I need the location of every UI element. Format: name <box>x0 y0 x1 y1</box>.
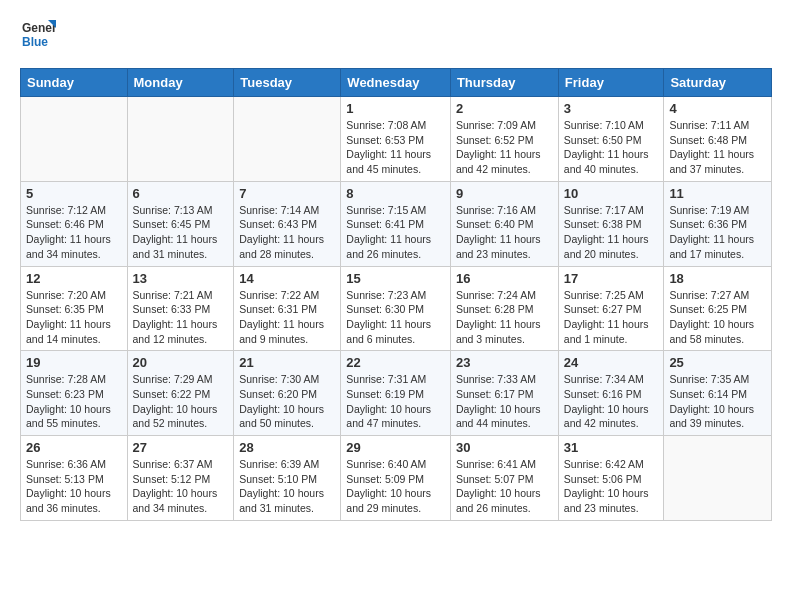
day-info-line: Daylight: 11 hours and 34 minutes. <box>26 232 122 261</box>
day-info-line: Sunrise: 7:17 AM <box>564 203 659 218</box>
calendar-day-cell: 19Sunrise: 7:28 AMSunset: 6:23 PMDayligh… <box>21 351 128 436</box>
day-number: 6 <box>133 186 229 201</box>
day-info-line: Sunset: 6:17 PM <box>456 387 553 402</box>
calendar-day-cell: 24Sunrise: 7:34 AMSunset: 6:16 PMDayligh… <box>558 351 664 436</box>
day-info-line: Sunset: 6:45 PM <box>133 217 229 232</box>
calendar-day-cell: 13Sunrise: 7:21 AMSunset: 6:33 PMDayligh… <box>127 266 234 351</box>
calendar-day-cell: 2Sunrise: 7:09 AMSunset: 6:52 PMDaylight… <box>450 97 558 182</box>
day-info-line: Sunset: 6:46 PM <box>26 217 122 232</box>
calendar-day-cell: 29Sunrise: 6:40 AMSunset: 5:09 PMDayligh… <box>341 436 451 521</box>
day-info-line: Daylight: 11 hours and 26 minutes. <box>346 232 445 261</box>
calendar-day-cell: 6Sunrise: 7:13 AMSunset: 6:45 PMDaylight… <box>127 181 234 266</box>
day-info-line: Sunrise: 7:28 AM <box>26 372 122 387</box>
calendar-week-row: 5Sunrise: 7:12 AMSunset: 6:46 PMDaylight… <box>21 181 772 266</box>
day-number: 14 <box>239 271 335 286</box>
weekday-header-thursday: Thursday <box>450 69 558 97</box>
day-info-line: Daylight: 11 hours and 3 minutes. <box>456 317 553 346</box>
calendar-week-row: 26Sunrise: 6:36 AMSunset: 5:13 PMDayligh… <box>21 436 772 521</box>
day-info-line: Sunset: 6:16 PM <box>564 387 659 402</box>
calendar-day-cell: 5Sunrise: 7:12 AMSunset: 6:46 PMDaylight… <box>21 181 128 266</box>
day-info-line: Sunrise: 6:40 AM <box>346 457 445 472</box>
svg-text:Blue: Blue <box>22 35 48 49</box>
day-info-line: Sunset: 5:13 PM <box>26 472 122 487</box>
weekday-header-tuesday: Tuesday <box>234 69 341 97</box>
calendar-day-cell: 31Sunrise: 6:42 AMSunset: 5:06 PMDayligh… <box>558 436 664 521</box>
calendar-day-cell <box>127 97 234 182</box>
day-info-line: Sunset: 6:22 PM <box>133 387 229 402</box>
day-info-line: Sunset: 6:23 PM <box>26 387 122 402</box>
day-number: 26 <box>26 440 122 455</box>
calendar-day-cell: 17Sunrise: 7:25 AMSunset: 6:27 PMDayligh… <box>558 266 664 351</box>
calendar-day-cell: 11Sunrise: 7:19 AMSunset: 6:36 PMDayligh… <box>664 181 772 266</box>
calendar-day-cell: 7Sunrise: 7:14 AMSunset: 6:43 PMDaylight… <box>234 181 341 266</box>
calendar-day-cell: 21Sunrise: 7:30 AMSunset: 6:20 PMDayligh… <box>234 351 341 436</box>
day-number: 7 <box>239 186 335 201</box>
day-info-line: Daylight: 11 hours and 14 minutes. <box>26 317 122 346</box>
day-info-line: Sunset: 6:38 PM <box>564 217 659 232</box>
calendar-container: General Blue SundayMondayTuesdayWednesda… <box>0 0 792 537</box>
day-number: 22 <box>346 355 445 370</box>
day-info-line: Sunset: 6:48 PM <box>669 133 766 148</box>
day-number: 30 <box>456 440 553 455</box>
day-info-line: Sunset: 6:25 PM <box>669 302 766 317</box>
calendar-day-cell: 26Sunrise: 6:36 AMSunset: 5:13 PMDayligh… <box>21 436 128 521</box>
day-number: 18 <box>669 271 766 286</box>
day-info-line: Daylight: 10 hours and 39 minutes. <box>669 402 766 431</box>
day-info-line: Daylight: 11 hours and 28 minutes. <box>239 232 335 261</box>
day-number: 16 <box>456 271 553 286</box>
day-number: 1 <box>346 101 445 116</box>
calendar-week-row: 1Sunrise: 7:08 AMSunset: 6:53 PMDaylight… <box>21 97 772 182</box>
header: General Blue <box>20 16 772 56</box>
day-info-line: Sunrise: 7:33 AM <box>456 372 553 387</box>
calendar-week-row: 12Sunrise: 7:20 AMSunset: 6:35 PMDayligh… <box>21 266 772 351</box>
day-info-line: Daylight: 10 hours and 31 minutes. <box>239 486 335 515</box>
day-number: 23 <box>456 355 553 370</box>
day-info-line: Daylight: 11 hours and 6 minutes. <box>346 317 445 346</box>
calendar-day-cell: 28Sunrise: 6:39 AMSunset: 5:10 PMDayligh… <box>234 436 341 521</box>
day-info-line: Sunset: 5:12 PM <box>133 472 229 487</box>
day-info-line: Sunset: 6:28 PM <box>456 302 553 317</box>
calendar-day-cell: 12Sunrise: 7:20 AMSunset: 6:35 PMDayligh… <box>21 266 128 351</box>
calendar-day-cell: 22Sunrise: 7:31 AMSunset: 6:19 PMDayligh… <box>341 351 451 436</box>
day-info-line: Sunrise: 7:23 AM <box>346 288 445 303</box>
day-info-line: Sunset: 6:35 PM <box>26 302 122 317</box>
day-info-line: Sunset: 5:06 PM <box>564 472 659 487</box>
day-number: 11 <box>669 186 766 201</box>
day-info-line: Daylight: 10 hours and 29 minutes. <box>346 486 445 515</box>
day-info-line: Daylight: 11 hours and 42 minutes. <box>456 147 553 176</box>
day-info-line: Daylight: 11 hours and 37 minutes. <box>669 147 766 176</box>
day-info-line: Sunset: 6:19 PM <box>346 387 445 402</box>
day-number: 10 <box>564 186 659 201</box>
day-number: 13 <box>133 271 229 286</box>
calendar-day-cell <box>234 97 341 182</box>
day-info-line: Sunrise: 7:25 AM <box>564 288 659 303</box>
day-info-line: Sunrise: 7:30 AM <box>239 372 335 387</box>
svg-text:General: General <box>22 21 56 35</box>
day-info-line: Daylight: 10 hours and 55 minutes. <box>26 402 122 431</box>
weekday-header-sunday: Sunday <box>21 69 128 97</box>
weekday-header-friday: Friday <box>558 69 664 97</box>
day-info-line: Sunset: 6:31 PM <box>239 302 335 317</box>
day-info-line: Sunrise: 7:27 AM <box>669 288 766 303</box>
day-info-line: Sunrise: 7:22 AM <box>239 288 335 303</box>
day-info-line: Sunrise: 7:31 AM <box>346 372 445 387</box>
calendar-day-cell: 16Sunrise: 7:24 AMSunset: 6:28 PMDayligh… <box>450 266 558 351</box>
calendar-day-cell: 30Sunrise: 6:41 AMSunset: 5:07 PMDayligh… <box>450 436 558 521</box>
day-info-line: Daylight: 10 hours and 23 minutes. <box>564 486 659 515</box>
day-number: 21 <box>239 355 335 370</box>
day-info-line: Sunset: 6:20 PM <box>239 387 335 402</box>
day-info-line: Sunrise: 7:24 AM <box>456 288 553 303</box>
day-info-line: Daylight: 11 hours and 40 minutes. <box>564 147 659 176</box>
day-info-line: Daylight: 10 hours and 36 minutes. <box>26 486 122 515</box>
day-number: 8 <box>346 186 445 201</box>
day-info-line: Daylight: 11 hours and 17 minutes. <box>669 232 766 261</box>
day-info-line: Daylight: 10 hours and 58 minutes. <box>669 317 766 346</box>
day-info-line: Sunrise: 7:34 AM <box>564 372 659 387</box>
day-info-line: Daylight: 10 hours and 44 minutes. <box>456 402 553 431</box>
day-number: 31 <box>564 440 659 455</box>
day-info-line: Sunset: 6:40 PM <box>456 217 553 232</box>
day-info-line: Daylight: 10 hours and 50 minutes. <box>239 402 335 431</box>
weekday-header-saturday: Saturday <box>664 69 772 97</box>
calendar-day-cell: 14Sunrise: 7:22 AMSunset: 6:31 PMDayligh… <box>234 266 341 351</box>
day-info-line: Sunrise: 7:13 AM <box>133 203 229 218</box>
